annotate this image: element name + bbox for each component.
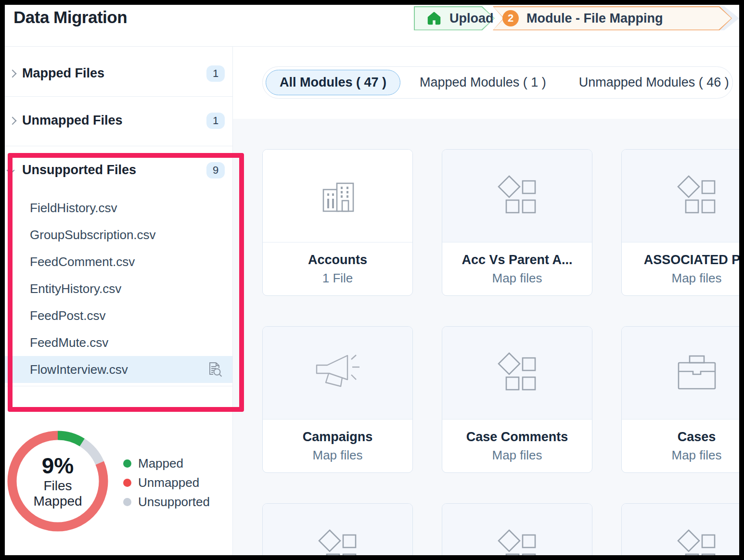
module-name: Cases [678,430,716,445]
module-card-accounts[interactable]: Accounts1 File [262,149,413,296]
module-card-hidden[interactable] [621,503,739,555]
module-card-text: Accounts1 File [263,242,412,295]
file-item-feedcomment-csv[interactable]: FeedComment.csv [5,248,232,275]
module-card-associated-p[interactable]: ASSOCIATED P...Map files [621,149,739,296]
step-number-badge: 2 [502,10,519,26]
module-card-acc-vs-parent-a[interactable]: Acc Vs Parent A...Map files [442,149,592,296]
sidebar-main-divider [232,47,233,555]
building-icon [316,174,360,218]
file-name: FeedPost.csv [30,308,106,323]
sidebar: Mapped Files 1 Unmapped Files 1 Unsuppor… [5,47,232,555]
file-item-feedmute-csv[interactable]: FeedMute.csv [5,329,232,356]
legend-item-unsupported: Unsupported [123,492,210,511]
module-card-hidden[interactable] [262,503,413,555]
file-preview-icon[interactable] [206,361,224,378]
module-name: Case Comments [466,430,568,445]
main-content: All Modules ( 47 )Mapped Modules ( 1 )Un… [233,47,739,555]
module-icon-area [263,150,412,242]
sidebar-group-unmapped-files[interactable]: Unmapped Files [22,113,123,128]
module-icon-area [622,504,739,555]
module-icon-area [442,150,592,242]
module-icon-area [622,150,739,242]
mapped-files-count-badge: 1 [206,65,225,82]
files-mapped-donut-chart: 9% Files Mapped [7,430,109,532]
unsupported-file-list: FieldHistory.csvGroupSubscription.csvFee… [5,194,232,383]
modules-icon [675,174,718,217]
module-filter-tabs: All Modules ( 47 )Mapped Modules ( 1 )Un… [262,66,733,99]
modules-icon [496,528,539,555]
module-card-text: Acc Vs Parent A...Map files [442,242,592,295]
map-files-link[interactable]: Map files [671,448,721,463]
chevron-right-icon[interactable] [9,70,17,78]
module-card-cases[interactable]: CasesMap files [621,326,739,473]
module-card-text: CampaignsMap files [263,420,412,472]
module-name: ASSOCIATED P... [644,253,739,267]
tab-unmapped-modules-46[interactable]: Unmapped Modules ( 46 ) [565,70,739,95]
data-migration-app: Data Migration Upload 2 Module - File Ma… [5,5,739,555]
module-card-case-comments[interactable]: Case CommentsMap files [442,326,592,473]
divider [5,96,232,97]
file-item-feedpost-csv[interactable]: FeedPost.csv [5,302,232,329]
tab-mapped-modules-1[interactable]: Mapped Modules ( 1 ) [406,70,560,95]
file-name: EntityHistory.csv [30,281,121,296]
step-upload-label: Upload [449,11,494,26]
module-icon-area [442,327,592,420]
sidebar-group-unsupported-files[interactable]: Unsupported Files [22,163,136,178]
map-files-link[interactable]: Map files [492,271,542,286]
chevron-down-icon[interactable] [7,166,15,175]
file-name: FlowInterview.csv [30,362,128,377]
page-title: Data Migration [13,8,127,27]
legend-item-unmapped: Unmapped [123,473,210,492]
file-item-entityhistory-csv[interactable]: EntityHistory.csv [5,275,232,302]
module-card-text: CasesMap files [622,420,739,472]
file-item-groupsubscription-csv[interactable]: GroupSubscription.csv [5,221,232,248]
sidebar-group-mapped-files[interactable]: Mapped Files [22,66,104,81]
file-item-fieldhistory-csv[interactable]: FieldHistory.csv [5,194,232,221]
map-files-link[interactable]: Map files [671,271,721,286]
modules-icon [496,174,539,217]
module-card-hidden[interactable] [442,503,592,555]
module-name: Campaigns [303,430,373,445]
legend-label: Unmapped [138,475,199,490]
breadcrumb-step-upload[interactable]: Upload [414,6,495,30]
unmapped-files-count-badge: 1 [206,113,225,129]
breadcrumb-step-module-file-mapping[interactable]: 2 Module - File Mapping [493,6,732,30]
module-icon-area [263,504,412,555]
donut-caption-2: Mapped [33,494,82,509]
legend-dot [123,498,131,506]
legend-dot [123,459,131,468]
module-card-text: Case CommentsMap files [442,420,592,472]
module-icon-area [263,327,412,420]
divider [5,146,232,146]
file-name: GroupSubscription.csv [30,228,156,242]
legend-item-mapped: Mapped [123,454,210,473]
tab-all-modules-47[interactable]: All Modules ( 47 ) [266,70,400,95]
file-item-flowinterview-csv[interactable]: FlowInterview.csv [5,356,232,383]
unsupported-files-count-badge: 9 [206,162,225,178]
divider [5,386,232,386]
module-card-text: ASSOCIATED P...Map files [622,242,739,295]
module-name: Acc Vs Parent A... [462,253,572,267]
step-mapping-label: Module - File Mapping [526,11,663,26]
donut-percent: 9% [42,454,74,479]
module-icon-area [622,327,739,420]
legend-dot [123,479,131,487]
megaphone-icon [313,353,363,393]
file-preview-button[interactable] [206,361,224,378]
module-icon-area [442,504,592,555]
header-divider [5,46,739,47]
donut-caption-1: Files [43,478,72,493]
file-name: FieldHistory.csv [30,201,117,216]
file-name: FeedMute.csv [30,335,108,350]
modules-icon [316,528,359,555]
file-name: FeedComment.csv [30,255,135,269]
map-files-link[interactable]: Map files [492,448,542,463]
module-card-campaigns[interactable]: CampaignsMap files [262,326,413,473]
modules-icon [675,528,718,555]
home-icon [426,11,442,26]
modules-icon [496,351,539,395]
module-file-count-link[interactable]: 1 File [322,271,353,286]
donut-legend: MappedUnmappedUnsupported [123,454,210,511]
chevron-right-icon[interactable] [9,117,17,125]
map-files-link[interactable]: Map files [312,448,362,463]
